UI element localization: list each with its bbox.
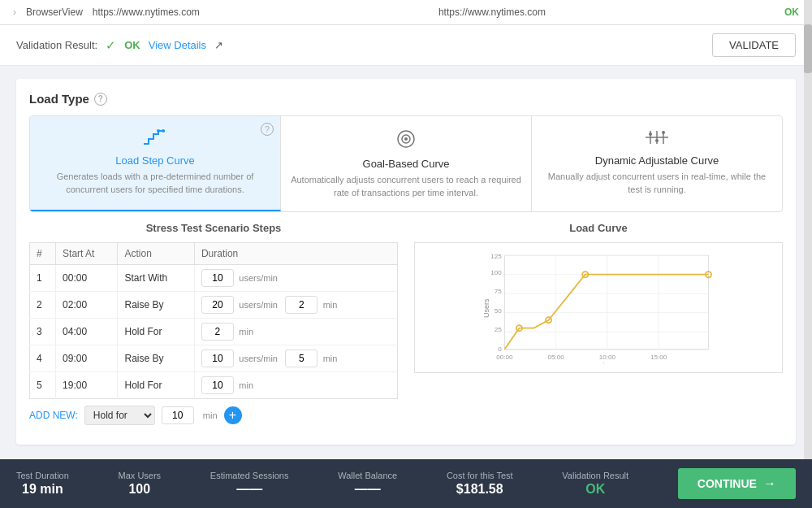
validation-ok: OK bbox=[124, 39, 140, 51]
load-option-goal-based[interactable]: Goal-Based Curve Automatically adjusts c… bbox=[281, 116, 532, 211]
row2-unit1: users/min bbox=[239, 300, 278, 310]
svg-text:75: 75 bbox=[495, 288, 503, 295]
svg-text:125: 125 bbox=[490, 253, 502, 260]
row2-val1[interactable] bbox=[201, 296, 234, 314]
estimated-sessions-label: Estimated Sessions bbox=[210, 471, 289, 480]
svg-text:0: 0 bbox=[498, 345, 502, 352]
svg-point-4 bbox=[404, 137, 408, 141]
validation-result-value: OK bbox=[562, 482, 628, 497]
load-curve-chart: Users 0 25 50 75 100 125 bbox=[421, 250, 775, 363]
row1-val[interactable] bbox=[201, 269, 234, 287]
load-option-dynamic[interactable]: Dynamic Adjustable Curve Manually adjust… bbox=[532, 116, 782, 211]
row2-duration: users/min min bbox=[194, 291, 397, 318]
add-new-unit: min bbox=[203, 410, 218, 420]
row2-num: 2 bbox=[30, 291, 56, 318]
test-duration-label: Test Duration bbox=[16, 471, 69, 480]
svg-point-9 bbox=[649, 132, 652, 136]
row3-val2[interactable] bbox=[201, 323, 234, 341]
col-action: Action bbox=[118, 242, 194, 264]
row2-start: 02:00 bbox=[56, 291, 118, 318]
svg-text:Time: Time bbox=[598, 362, 615, 363]
table-row: 4 09:00 Raise By users/min min bbox=[30, 345, 398, 371]
add-new-input[interactable] bbox=[162, 406, 194, 424]
svg-text:05:00: 05:00 bbox=[547, 354, 564, 361]
validation-result-item: Validation Result OK bbox=[562, 471, 628, 497]
test-duration-item: Test Duration 19 min bbox=[16, 471, 69, 497]
row4-start: 09:00 bbox=[56, 345, 118, 371]
add-new-select[interactable]: Hold for Raise By Start With bbox=[84, 406, 155, 425]
browser-site: BrowserView bbox=[26, 7, 83, 18]
scrollbar-thumb[interactable] bbox=[804, 24, 812, 73]
validation-label: Validation Result: bbox=[16, 39, 97, 51]
row2-val2[interactable] bbox=[285, 296, 317, 314]
browser-arrow: › bbox=[13, 7, 16, 18]
estimated-sessions-value: —— bbox=[210, 482, 289, 497]
load-curve-title: Load Curve bbox=[414, 222, 783, 234]
continue-arrow-icon: → bbox=[763, 476, 776, 491]
browser-url2: https://www.nytimes.com bbox=[438, 7, 775, 18]
browser-row: › BrowserView https://www.nytimes.com ht… bbox=[0, 0, 812, 25]
step-curve-desc: Generates loads with a pre-determined nu… bbox=[57, 172, 254, 194]
svg-text:15:00: 15:00 bbox=[650, 354, 667, 361]
cost-item: Cost for this Test $181.58 bbox=[447, 471, 513, 497]
add-step-button[interactable]: + bbox=[224, 406, 242, 424]
svg-text:10:00: 10:00 bbox=[599, 354, 616, 361]
goal-based-name: Goal-Based Curve bbox=[291, 158, 521, 170]
validate-button[interactable]: VALIDATE bbox=[712, 33, 796, 57]
continue-button[interactable]: CONTINUE → bbox=[678, 468, 796, 499]
row4-val1[interactable] bbox=[201, 350, 234, 367]
load-option-step-curve[interactable]: ? Load Step Curve Generates loads with a… bbox=[30, 116, 281, 211]
wallet-balance-label: Wallet Balance bbox=[338, 471, 397, 480]
load-type-section: Load Type ? ? Load Step Curve Generates … bbox=[16, 79, 796, 445]
svg-text:50: 50 bbox=[495, 306, 503, 314]
col-start: Start At bbox=[56, 242, 118, 264]
table-row: 3 04:00 Hold For min bbox=[30, 318, 398, 345]
stress-load-container: Stress Test Scenario Steps # Start At Ac… bbox=[29, 222, 783, 432]
add-new-label: ADD NEW: bbox=[29, 410, 78, 421]
svg-text:00:00: 00:00 bbox=[496, 354, 513, 361]
row4-unit1: users/min bbox=[239, 354, 278, 363]
step-curve-icon bbox=[40, 128, 270, 151]
row3-start: 04:00 bbox=[56, 318, 118, 345]
max-users-value: 100 bbox=[119, 482, 162, 497]
max-users-item: Max Users 100 bbox=[119, 471, 162, 497]
svg-point-10 bbox=[655, 139, 659, 142]
step-curve-help-icon[interactable]: ? bbox=[261, 123, 274, 136]
scrollbar[interactable] bbox=[804, 0, 812, 459]
view-details-link[interactable]: View Details bbox=[149, 39, 206, 51]
external-link-icon: ↗ bbox=[214, 39, 223, 51]
browser-ok: OK bbox=[784, 7, 799, 18]
test-duration-value: 19 min bbox=[16, 482, 69, 497]
col-num: # bbox=[30, 242, 56, 264]
row1-num: 1 bbox=[30, 264, 56, 291]
goal-based-icon bbox=[291, 128, 521, 154]
row3-action: Hold For bbox=[118, 318, 194, 345]
svg-text:100: 100 bbox=[490, 268, 502, 276]
estimated-sessions-item: Estimated Sessions —— bbox=[210, 471, 289, 497]
load-type-help-icon[interactable]: ? bbox=[94, 93, 107, 106]
validation-row: Validation Result: ✓ OK View Details ↗ V… bbox=[0, 25, 812, 66]
row3-unit2: min bbox=[239, 327, 253, 336]
load-type-options: ? Load Step Curve Generates loads with a… bbox=[29, 115, 783, 212]
cost-value: $181.58 bbox=[447, 482, 513, 497]
cost-label: Cost for this Test bbox=[447, 471, 513, 480]
row3-duration: min bbox=[194, 318, 397, 345]
svg-point-0 bbox=[157, 129, 160, 132]
row2-unit2: min bbox=[323, 300, 338, 310]
row1-start: 00:00 bbox=[56, 264, 118, 291]
stress-chart-section: Load Curve Users 0 25 50 75 100 125 bbox=[414, 222, 783, 432]
row4-duration: users/min min bbox=[194, 345, 397, 371]
svg-rect-19 bbox=[504, 255, 708, 350]
goal-based-desc: Automatically adjusts concurrent users t… bbox=[291, 175, 521, 198]
main-content: Load Type ? ? Load Step Curve Generates … bbox=[0, 66, 812, 457]
add-new-row: ADD NEW: Hold for Raise By Start With mi… bbox=[29, 399, 398, 432]
dynamic-name: Dynamic Adjustable Curve bbox=[542, 154, 772, 167]
row5-val2[interactable] bbox=[201, 376, 234, 394]
row3-num: 3 bbox=[30, 318, 56, 345]
col-duration: Duration bbox=[194, 242, 397, 264]
steps-table: # Start At Action Duration 1 00:00 Start… bbox=[29, 242, 398, 399]
row4-val2[interactable] bbox=[285, 350, 317, 367]
dynamic-icon bbox=[542, 128, 772, 151]
chart-container: Users 0 25 50 75 100 125 bbox=[414, 242, 783, 373]
row5-start: 19:00 bbox=[56, 371, 118, 398]
